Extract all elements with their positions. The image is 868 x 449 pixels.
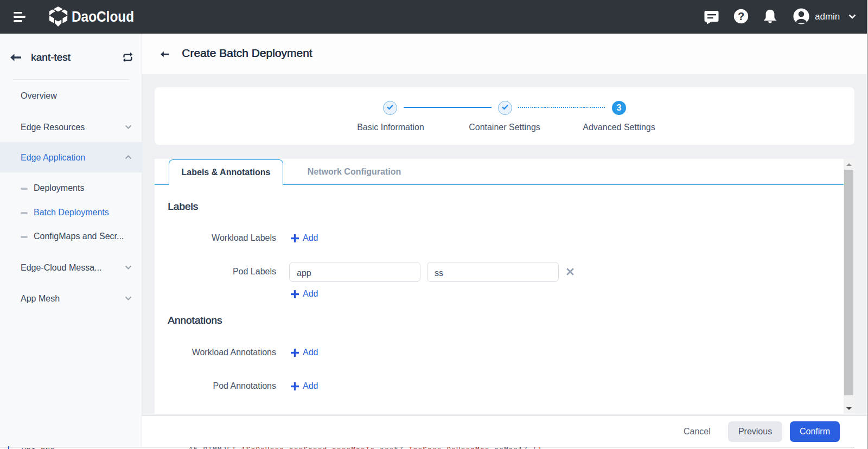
svg-text:?: ? [738,10,744,22]
